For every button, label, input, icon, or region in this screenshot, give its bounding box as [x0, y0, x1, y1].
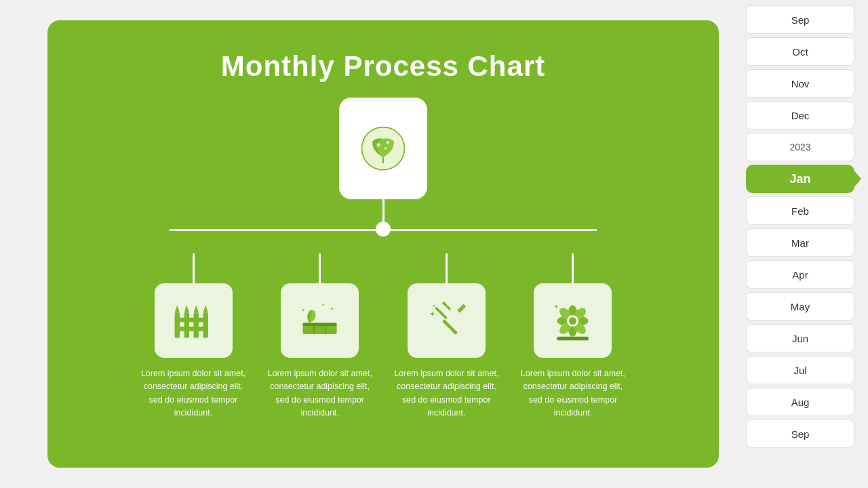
v-line-child-1 — [193, 253, 195, 283]
child-icon-box-4: ✦ — [534, 283, 612, 358]
svg-text:✦: ✦ — [429, 310, 435, 318]
sidebar-item-sep2[interactable]: Sep — [746, 420, 854, 448]
sidebar-item-jan[interactable]: Jan — [746, 165, 854, 193]
child-icon-box-2: ✦ ✦ ✦ — [281, 283, 359, 358]
svg-text:✦: ✦ — [554, 302, 559, 309]
sidebar-item-nov[interactable]: Nov — [746, 69, 854, 98]
svg-rect-39 — [557, 336, 589, 340]
svg-point-2 — [376, 143, 380, 146]
svg-rect-7 — [184, 312, 189, 338]
sidebar-item-mar[interactable]: Mar — [746, 228, 854, 257]
circle-node — [376, 222, 391, 237]
svg-marker-12 — [203, 305, 208, 312]
child-icon-box-3: ✦ ✦ — [408, 283, 486, 358]
svg-text:✦: ✦ — [330, 305, 334, 311]
seedling-tray-icon: ✦ ✦ ✦ — [298, 299, 342, 343]
sidebar-item-may[interactable]: May — [746, 292, 854, 321]
svg-point-37 — [569, 317, 576, 324]
sidebar-item-feb[interactable]: Feb — [746, 197, 854, 225]
svg-text:✦: ✦ — [432, 303, 436, 309]
svg-rect-11 — [203, 312, 208, 338]
svg-marker-6 — [174, 305, 179, 312]
child-text-4: Lorem ipsum dolor sit amet, consectetur … — [520, 367, 625, 420]
sidebar-item-apr[interactable]: Apr — [746, 260, 854, 289]
v-line-top — [382, 199, 384, 224]
v-line-child-2 — [319, 253, 321, 283]
svg-rect-16 — [303, 323, 337, 326]
svg-point-3 — [387, 141, 389, 144]
svg-text:✦: ✦ — [301, 306, 305, 312]
flower-icon: ✦ — [551, 299, 595, 343]
svg-marker-8 — [184, 305, 189, 312]
top-icon-box — [339, 98, 427, 199]
sidebar-item-jul[interactable]: Jul — [746, 356, 854, 384]
svg-rect-13 — [174, 317, 208, 322]
chart-title: Monthly Process Chart — [221, 50, 545, 83]
child-col-1: Lorem ipsum dolor sit amet, consectetur … — [139, 253, 248, 420]
sidebar: Sep Oct Nov Dec 2023 Jan Feb Mar Apr May… — [732, 0, 868, 488]
svg-rect-25 — [442, 319, 458, 334]
child-col-3: ✦ ✦ Lorem ipsum dolor sit amet, consecte… — [392, 253, 500, 420]
tree-container: Lorem ipsum dolor sit amet, consectetur … — [105, 199, 661, 420]
children-row: Lorem ipsum dolor sit amet, consectetur … — [139, 253, 627, 420]
svg-point-4 — [384, 147, 387, 150]
child-text-2: Lorem ipsum dolor sit amet, consectetur … — [267, 367, 372, 420]
v-line-child-4 — [572, 253, 574, 283]
svg-rect-23 — [442, 301, 448, 306]
sidebar-item-2023[interactable]: 2023 — [746, 133, 854, 161]
tools-icon: ✦ ✦ — [425, 299, 469, 343]
child-col-4: ✦ Lorem ipsum dolor sit amet, consectetu… — [519, 253, 627, 420]
fence-icon — [172, 299, 216, 343]
sidebar-item-dec[interactable]: Dec — [746, 101, 854, 129]
sidebar-item-oct[interactable]: Oct — [746, 37, 854, 66]
child-text-3: Lorem ipsum dolor sit amet, consectetur … — [394, 367, 499, 420]
child-col-2: ✦ ✦ ✦ Lorem ipsum dolor sit amet, consec… — [266, 253, 374, 420]
sidebar-item-jun[interactable]: Jun — [746, 324, 854, 352]
child-text-1: Lorem ipsum dolor sit amet, consectetur … — [141, 367, 246, 420]
svg-text:✦: ✦ — [321, 303, 325, 307]
main-chart-area: Monthly Process Chart — [47, 20, 719, 468]
svg-marker-10 — [193, 305, 198, 312]
sidebar-item-sep1[interactable]: Sep — [746, 5, 854, 34]
svg-rect-22 — [435, 306, 448, 319]
plant-icon — [359, 125, 407, 172]
svg-rect-5 — [174, 312, 179, 338]
svg-rect-14 — [174, 326, 208, 331]
sidebar-item-aug[interactable]: Aug — [746, 388, 854, 416]
svg-rect-9 — [193, 312, 198, 338]
svg-rect-24 — [446, 305, 451, 310]
v-line-child-3 — [446, 253, 448, 283]
child-icon-box-1 — [155, 283, 233, 358]
